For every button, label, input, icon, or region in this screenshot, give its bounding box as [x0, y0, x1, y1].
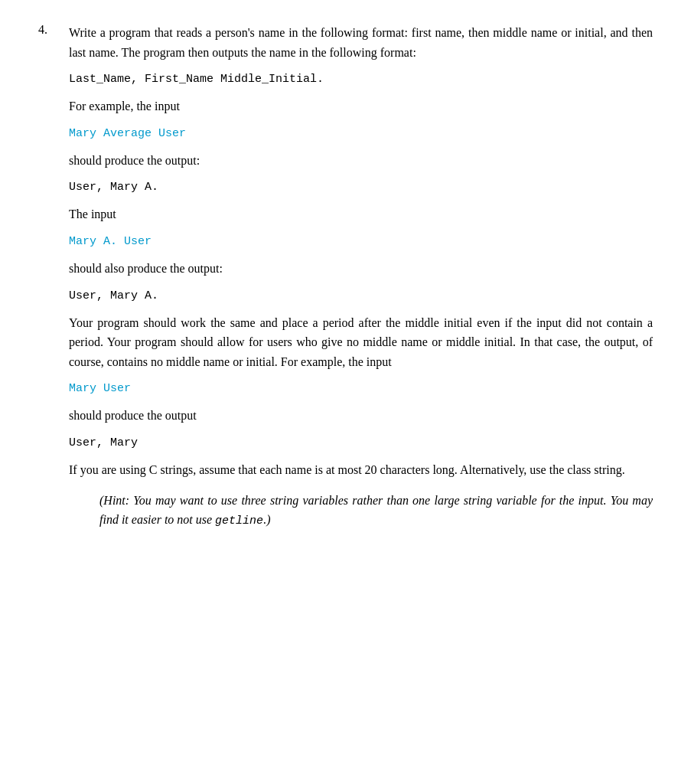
hint-close: .) [263, 513, 270, 526]
question-number: 4. [38, 23, 69, 541]
hint-not: not [177, 513, 192, 526]
intro-paragraph: Write a program that reads a person's na… [69, 23, 653, 62]
example1-output-label: should produce the output: [69, 151, 653, 171]
middle-paragraph: Your program should work the same and pl… [69, 313, 653, 372]
cstring-note: If you are using C strings, assume that … [69, 460, 653, 480]
example2-input: Mary A. User [69, 235, 653, 248]
example1-input: Mary Average User [69, 127, 653, 140]
example3-output: User, Mary [69, 436, 653, 449]
example1-label: For example, the input [69, 96, 653, 116]
page-content: 4. Write a program that reads a person's… [38, 23, 653, 541]
example1-output: User, Mary A. [69, 181, 653, 194]
hint-label: Hint: [103, 494, 129, 507]
example2-label: The input [69, 204, 653, 224]
format-code: Last_Name, First_Name Middle_Initial. [69, 73, 653, 86]
question-item: 4. Write a program that reads a person's… [38, 23, 653, 541]
example2-output: User, Mary A. [69, 289, 653, 302]
example3-output-label: should produce the output [69, 406, 653, 426]
example3-input: Mary User [69, 382, 653, 395]
hint-code: getline [215, 514, 263, 528]
example2-output-label: should also produce the output: [69, 259, 653, 279]
question-body: Write a program that reads a person's na… [69, 23, 653, 541]
hint-block: (Hint: You may want to use three string … [99, 491, 653, 531]
hint-text2: use [193, 513, 215, 526]
